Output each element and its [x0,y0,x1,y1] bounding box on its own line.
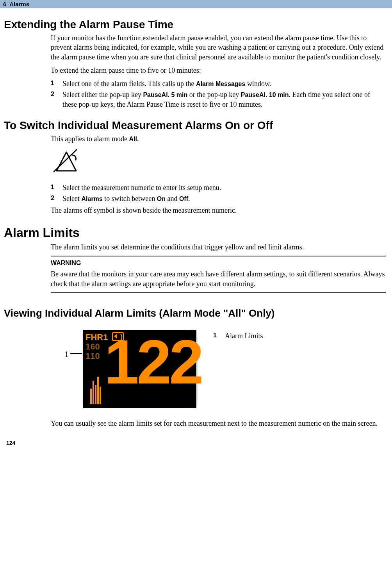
ui-alarm-messages: Alarm Messages [196,81,245,87]
heading-alarm-limits: Alarm Limits [4,226,388,240]
list-text: Select the measurement numeric to enter … [62,183,386,192]
alarm-off-icon [51,147,386,177]
legend-text: Alarm Limits [225,331,263,340]
warning-text: Be aware that the monitors in your care … [51,269,386,288]
para-s2-intro: This applies to alarm mode All. [51,134,386,143]
figure-callout-line [70,353,82,354]
list-number: 2 [51,194,62,203]
list-item: 2 Select Alarms to switch between On and… [51,194,386,203]
warning-rule-bottom [51,292,386,293]
list-text: Select Alarms to switch between On and O… [62,194,386,203]
heading-extending-pause: Extending the Alarm Pause Time [4,18,388,31]
heading-viewing-limits: Viewing Individual Alarm Limits (Alarm M… [4,307,388,319]
ui-on: On [157,195,166,202]
para-s1-lead: To extend the alarm pause time to five o… [51,66,386,75]
para-s3-intro: The alarm limits you set determine the c… [51,242,386,252]
list-item: 1 Select the measurement numeric to ente… [51,183,386,192]
ui-all: All [129,136,137,142]
svg-rect-3 [95,385,96,404]
figure-callout-number: 1 [51,329,70,360]
figure-row: 1 FHR1 160 110 122 [51,329,386,409]
list-item: 2 Select either the pop-up key PauseAl. … [51,90,386,109]
page-number: 124 [6,440,388,446]
list-text: Select either the pop-up key PauseAl. 5 … [62,90,386,109]
page-header: 6 Alarms [0,0,392,8]
figure-frame: FHR1 160 110 122 [82,329,198,409]
figure-legend: 1 Alarm Limits [213,331,263,340]
list-text: Select one of the alarm fields. This cal… [62,79,386,88]
heading-switch-alarms: To Switch Individual Measurement Alarms … [4,119,388,132]
ui-pauseal-5: PauseAl. 5 min [143,91,187,98]
svg-rect-5 [100,387,101,404]
para-s4-outro: You can usually see the alarm limits set… [51,419,386,428]
ui-alarms: Alarms [81,195,102,202]
list-number: 2 [51,90,62,109]
tile-lower-limit: 110 [86,350,100,362]
svg-line-0 [54,150,77,172]
chapter-title: Alarms [9,1,29,7]
list-number: 1 [51,79,62,88]
svg-rect-1 [90,389,92,404]
svg-rect-4 [97,377,99,404]
tile-main-value: 122 [104,328,201,396]
tile-trend-bars [90,365,101,404]
para-s2-outro: The alarms off symbol is shown beside th… [51,206,386,215]
warning-label: WARNING [51,259,386,267]
svg-rect-2 [93,381,94,404]
ui-off: Off [179,195,188,202]
legend-number: 1 [213,331,225,340]
monitor-numeric-tile: FHR1 160 110 122 [83,330,196,408]
ui-pauseal-10: PauseAl. 10 min [241,91,289,98]
chapter-number: 6 [3,1,6,7]
para-s1-intro: If your monitor has the function extende… [51,33,386,62]
list-item: 1 Select one of the alarm fields. This c… [51,79,386,88]
warning-rule-top [51,256,386,256]
list-number: 1 [51,183,62,192]
